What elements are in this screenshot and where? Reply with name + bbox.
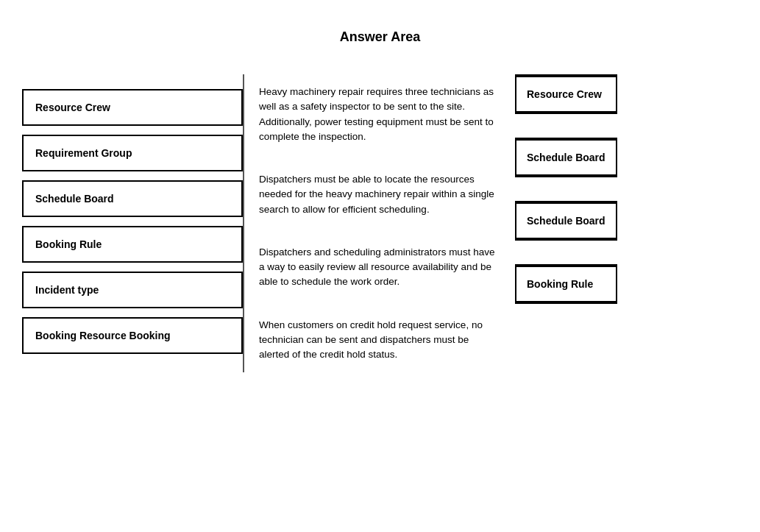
main-layout: Resource Crew Requirement Group Schedule… — [0, 74, 760, 372]
answer-group-1: Resource Crew — [515, 74, 617, 114]
description-1: Heavy machinery repair requires three te… — [259, 74, 500, 162]
source-item-schedule-board[interactable]: Schedule Board — [22, 180, 243, 217]
center-column: Heavy machinery repair requires three te… — [243, 74, 515, 372]
source-item-requirement-group[interactable]: Requirement Group — [22, 135, 243, 171]
right-column: Resource Crew Schedule Board Schedule Bo… — [515, 74, 617, 372]
left-column: Resource Crew Requirement Group Schedule… — [22, 74, 243, 372]
source-item-resource-crew[interactable]: Resource Crew — [22, 89, 243, 126]
description-3: Dispatchers and scheduling administrator… — [259, 235, 500, 308]
answer-item-2[interactable]: Schedule Board — [515, 139, 617, 176]
description-4: When customers on credit hold request se… — [259, 308, 500, 373]
answer-item-3[interactable]: Schedule Board — [515, 202, 617, 239]
answer-item-1[interactable]: Resource Crew — [515, 76, 617, 113]
answer-item-4[interactable]: Booking Rule — [515, 266, 617, 302]
source-item-incident-type[interactable]: Incident type — [22, 272, 243, 308]
source-item-booking-rule[interactable]: Booking Rule — [22, 226, 243, 263]
answer-group-3: Schedule Board — [515, 201, 617, 241]
description-2: Dispatchers must be able to locate the r… — [259, 162, 500, 235]
page-container: Answer Area Resource Crew Requirement Gr… — [0, 0, 760, 372]
source-item-booking-resource-booking[interactable]: Booking Resource Booking — [22, 317, 243, 354]
page-title: Answer Area — [0, 0, 760, 67]
answer-group-4: Booking Rule — [515, 264, 617, 304]
answer-group-2: Schedule Board — [515, 138, 617, 177]
